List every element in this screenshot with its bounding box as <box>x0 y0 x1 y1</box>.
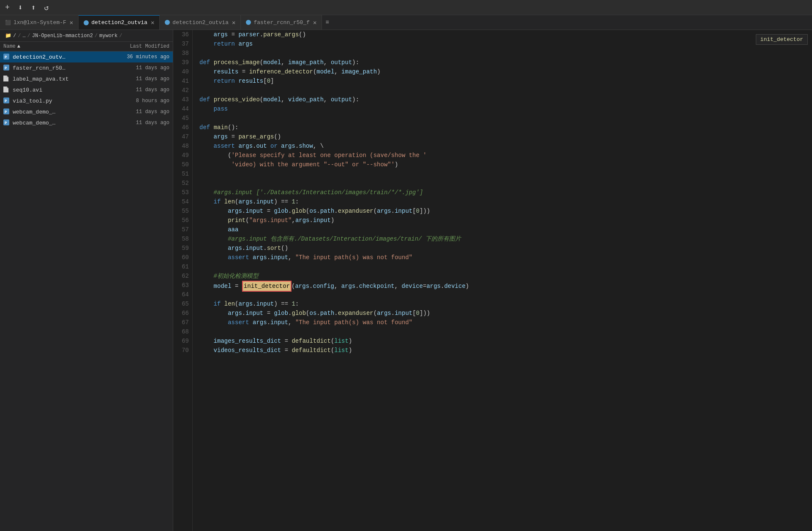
code-line-36: args = parser.parse_args() <box>199 30 812 39</box>
line-number-51: 51 <box>178 169 189 179</box>
code-editor[interactable]: init_detector 36373839404142434445464748… <box>173 30 812 531</box>
tab-detection2-1[interactable]: detection2_outvia ✕ <box>79 15 160 30</box>
line-number-40: 40 <box>178 67 189 76</box>
python-file-icon: P <box>3 108 10 115</box>
python-file-icon: P <box>3 98 10 104</box>
column-modified[interactable]: Last Modified <box>114 43 169 49</box>
tab-faster-rcnn-close[interactable]: ✕ <box>313 19 316 26</box>
python-file-icon: P <box>3 54 10 60</box>
line-number-48: 48 <box>178 141 189 151</box>
code-line-54: if len(args.input) == 1: <box>199 197 812 206</box>
code-line-40: results = inference_detector(model, imag… <box>199 67 812 76</box>
file-name: detection2_outv… <box>13 54 114 60</box>
line-number-60: 60 <box>178 253 189 262</box>
line-number-56: 56 <box>178 216 189 225</box>
svg-text:P: P <box>5 110 7 114</box>
code-line-48: assert args.out or args.show, \ <box>199 141 812 151</box>
line-number-62: 62 <box>178 271 189 281</box>
code-line-55: args.input = glob.glob(os.path.expanduse… <box>199 206 812 216</box>
code-line-49: ('Please specify at least one operation … <box>199 151 812 160</box>
code-line-43: def process_video(model, video_path, out… <box>199 95 812 104</box>
file-item-2[interactable]: label_map_ava.txt11 days ago <box>0 73 173 84</box>
code-line-52 <box>199 179 812 188</box>
line-number-54: 54 <box>178 197 189 206</box>
file-item-0[interactable]: Pdetection2_outv…36 minutes ago <box>0 51 173 62</box>
file-item-4[interactable]: Pvia3_tool.py8 hours ago <box>0 95 173 106</box>
tab-faster-rcnn-label: faster_rcnn_r50_f <box>253 19 310 26</box>
python-file-icon: P <box>3 119 10 126</box>
line-number-61: 61 <box>178 262 189 271</box>
code-line-50: 'video) with the argument "--out" or "--… <box>199 160 812 169</box>
svg-marker-4 <box>3 76 8 81</box>
line-numbers: 3637383940414243444546474849505152535455… <box>173 30 193 531</box>
file-name: via3_tool.py <box>13 98 114 104</box>
generic-file-icon <box>3 76 10 82</box>
code-line-37: return args <box>199 39 812 49</box>
upload-icon[interactable]: ⬆ <box>30 2 38 13</box>
code-line-39: def process_image(model, image_path, out… <box>199 58 812 67</box>
line-number-42: 42 <box>178 86 189 95</box>
code-line-57: aaa <box>199 225 812 234</box>
new-folder-icon[interactable]: ⬇ <box>16 2 25 13</box>
code-line-67: assert args.input, "The input path(s) wa… <box>199 318 812 327</box>
generic-file-icon <box>3 87 10 93</box>
code-line-63: model = init_detector(args.config, args.… <box>199 281 812 290</box>
line-number-67: 67 <box>178 318 189 327</box>
file-name: faster_rcnn_r50… <box>13 65 114 71</box>
line-number-63: 63 <box>178 281 189 290</box>
code-line-65: if len(args.input) == 1: <box>199 299 812 309</box>
tab-faster-rcnn-icon <box>246 20 251 25</box>
code-line-38 <box>199 49 812 58</box>
line-number-57: 57 <box>178 225 189 234</box>
main-area: 📁 / / … / JN-OpenLib-mmaction2 / mywork … <box>0 30 812 531</box>
file-modified: 11 days ago <box>114 109 169 115</box>
svg-marker-7 <box>7 87 8 88</box>
tab-detection2-2-close[interactable]: ✕ <box>232 19 235 26</box>
line-number-47: 47 <box>178 132 189 141</box>
file-item-6[interactable]: Pwebcam_demo_…11 days ago <box>0 117 173 128</box>
file-item-1[interactable]: Pfaster_rcnn_r50…11 days ago <box>0 62 173 73</box>
line-number-65: 65 <box>178 299 189 309</box>
code-line-59: args.input.sort() <box>199 244 812 253</box>
breadcrumb-mywork: mywork <box>99 33 117 39</box>
code-area[interactable]: args = parser.parse_args() return argsde… <box>193 30 812 531</box>
line-number-68: 68 <box>178 327 189 336</box>
code-line-58: #args.input 包含所有./Datasets/Interaction/i… <box>199 234 812 244</box>
sort-arrow-icon: ▲ <box>17 43 20 49</box>
symbol-hint: init_detector <box>756 34 808 45</box>
code-line-44: pass <box>199 104 812 114</box>
code-line-41: return results[0] <box>199 76 812 86</box>
breadcrumb-project: JN-OpenLib-mmaction2 <box>32 33 93 39</box>
tab-detection2-1-close[interactable]: ✕ <box>151 19 154 26</box>
line-number-38: 38 <box>178 49 189 58</box>
line-number-49: 49 <box>178 151 189 160</box>
tab-terminal-close[interactable]: ✕ <box>70 19 73 26</box>
tab-overflow[interactable]: ≡ <box>322 15 332 30</box>
column-name[interactable]: Name ▲ <box>3 43 114 49</box>
file-item-5[interactable]: Pwebcam_demo_…11 days ago <box>0 106 173 117</box>
tab-faster-rcnn[interactable]: faster_rcnn_r50_f ✕ <box>241 15 322 30</box>
file-modified: 36 minutes ago <box>114 54 169 60</box>
file-item-3[interactable]: seq10.avi11 days ago <box>0 84 173 95</box>
breadcrumb-ellipsis: … <box>22 33 25 39</box>
line-number-43: 43 <box>178 95 189 104</box>
code-line-68 <box>199 327 812 336</box>
code-line-45 <box>199 114 812 123</box>
code-line-62: #初始化检测模型 <box>199 271 812 281</box>
code-line-51 <box>199 169 812 179</box>
tab-detection2-2[interactable]: detection2_outvia ✕ <box>160 15 241 30</box>
refresh-icon[interactable]: ↺ <box>43 2 51 13</box>
file-name: label_map_ava.txt <box>13 76 114 82</box>
new-file-icon[interactable]: + <box>3 3 11 13</box>
tab-detection2-1-icon <box>84 20 89 25</box>
line-number-46: 46 <box>178 123 189 132</box>
file-modified: 11 days ago <box>114 76 169 82</box>
tab-terminal[interactable]: ⬛ lxn@lxn-System-F ✕ <box>0 15 79 30</box>
sidebar: 📁 / / … / JN-OpenLib-mmaction2 / mywork … <box>0 30 173 531</box>
line-number-64: 64 <box>178 290 189 299</box>
code-line-70: videos_results_dict = defaultdict(list) <box>199 346 812 355</box>
breadcrumb-folder-icon: 📁 <box>5 33 11 39</box>
file-list-header: Name ▲ Last Modified <box>0 42 173 51</box>
python-file-icon: P <box>3 65 10 71</box>
code-line-61 <box>199 262 812 271</box>
